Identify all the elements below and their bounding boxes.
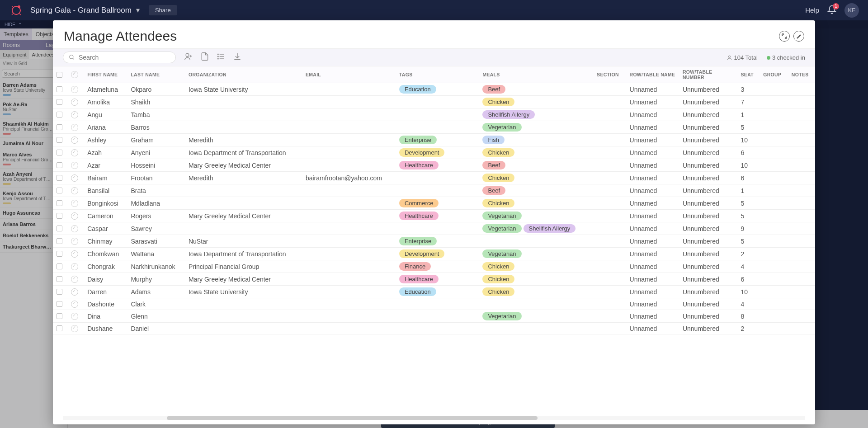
row-checkbox[interactable]: [57, 124, 62, 130]
share-button[interactable]: Share: [149, 5, 177, 15]
table-row[interactable]: Amolika Shaikh Chicken Unnamed Unnumbere…: [53, 96, 815, 108]
attendee-search[interactable]: [63, 52, 176, 63]
row-checkin[interactable]: [71, 276, 78, 283]
row-checkin[interactable]: [71, 238, 78, 245]
col-meals[interactable]: MEALS: [479, 66, 593, 83]
row-checkin[interactable]: [71, 301, 78, 308]
import-icon[interactable]: [200, 52, 209, 63]
row-checkbox[interactable]: [57, 86, 62, 92]
table-row[interactable]: Ariana Barros Vegetarian Unnamed Unnumbe…: [53, 121, 815, 134]
cell-meals: Chicken: [479, 172, 593, 184]
table-row[interactable]: Dina Glenn Vegetarian Unnamed Unnumbered…: [53, 310, 815, 323]
cell-section: [593, 197, 626, 210]
col-rowname[interactable]: ROW/TABLE NAME: [626, 66, 679, 83]
checkin-all-icon[interactable]: [71, 71, 78, 78]
table-row[interactable]: Azar Hosseini Mary Greeley Medical Cente…: [53, 159, 815, 172]
row-checkbox[interactable]: [57, 238, 62, 244]
search-input[interactable]: [79, 54, 170, 61]
table-row[interactable]: Afamefuna Okparo Iowa State University E…: [53, 83, 815, 96]
download-icon[interactable]: [233, 52, 242, 63]
row-checkin[interactable]: [71, 288, 78, 296]
row-checkin[interactable]: [71, 111, 78, 118]
cell-rname: Unnamed: [626, 108, 679, 121]
table-row[interactable]: Azah Anyeni Iowa Department of Transport…: [53, 146, 815, 159]
row-checkin[interactable]: [71, 250, 78, 258]
row-checkbox[interactable]: [57, 313, 62, 319]
row-checkbox[interactable]: [57, 289, 62, 295]
table-row[interactable]: Chongrak Narkhirunkanok Principal Financ…: [53, 260, 815, 273]
row-checkin[interactable]: [71, 86, 78, 93]
row-checkbox[interactable]: [57, 276, 62, 282]
row-checkin[interactable]: [71, 212, 78, 220]
row-checkin[interactable]: [71, 313, 78, 320]
row-checkin[interactable]: [71, 200, 78, 207]
col-email[interactable]: EMAIL: [302, 66, 396, 83]
row-checkin[interactable]: [71, 99, 78, 106]
col-notes[interactable]: NOTES: [788, 66, 815, 83]
col-section[interactable]: SECTION: [593, 66, 626, 83]
table-row[interactable]: Darren Adams Iowa State University Educa…: [53, 286, 815, 298]
row-checkin[interactable]: [71, 225, 78, 232]
cell-notes: [788, 134, 815, 146]
col-group[interactable]: GROUP: [760, 66, 788, 83]
table-row[interactable]: Dashonte Clark Unnamed Unnumbered 4: [53, 298, 815, 310]
row-checkbox[interactable]: [57, 137, 62, 143]
table-row[interactable]: Daisy Murphy Mary Greeley Medical Center…: [53, 273, 815, 286]
col-seat[interactable]: SEAT: [737, 66, 760, 83]
row-checkin[interactable]: [71, 124, 78, 131]
table-row[interactable]: Ashley Graham Meredith Enterprise Fish U…: [53, 134, 815, 146]
svg-point-5: [70, 55, 73, 59]
chevron-up-icon: ⌃: [18, 22, 22, 27]
row-checkbox[interactable]: [57, 301, 62, 307]
expand-icon[interactable]: [779, 31, 790, 42]
row-checkin[interactable]: [71, 187, 78, 194]
row-checkin[interactable]: [71, 136, 78, 144]
table-row[interactable]: Cameron Rogers Mary Greeley Medical Cent…: [53, 210, 815, 222]
table-row[interactable]: Caspar Sawrey VegetarianShellfish Allerg…: [53, 222, 815, 235]
cell-tags: [396, 121, 479, 134]
add-attendee-icon[interactable]: [184, 52, 193, 63]
cell-rnum: Unnumbered: [679, 83, 737, 96]
row-checkbox[interactable]: [57, 213, 62, 219]
help-link[interactable]: Help: [805, 6, 819, 14]
edit-icon[interactable]: [793, 31, 804, 42]
row-checkin[interactable]: [71, 263, 78, 270]
col-rownum[interactable]: ROW/TABLE NUMBER: [679, 66, 737, 83]
table-row[interactable]: Dushane Daniel Unnamed Unnumbered 2: [53, 323, 815, 334]
pill: Development: [399, 249, 445, 258]
row-checkbox[interactable]: [57, 325, 62, 331]
row-checkbox[interactable]: [57, 162, 62, 168]
cell-rnum: Unnumbered: [679, 172, 737, 184]
row-checkin[interactable]: [71, 325, 78, 332]
table-row[interactable]: Angu Tamba Shellfish Allergy Unnamed Unn…: [53, 108, 815, 121]
row-checkbox[interactable]: [57, 226, 62, 231]
col-tags[interactable]: TAGS: [396, 66, 479, 83]
table-row[interactable]: Bonginkosi Mdladlana Commerce Chicken Un…: [53, 197, 815, 210]
col-first[interactable]: FIRST NAME: [84, 66, 127, 83]
row-checkbox[interactable]: [57, 175, 62, 181]
table-row[interactable]: Chinmay Sarasvati NuStar Enterprise Unna…: [53, 235, 815, 248]
table-row[interactable]: Bansilal Brata Beef Unnamed Unnumbered 1: [53, 184, 815, 197]
horizontal-scrollbar[interactable]: [63, 416, 805, 420]
col-org[interactable]: ORGANIZATION: [185, 66, 302, 83]
row-checkbox[interactable]: [57, 188, 62, 193]
notifications-button[interactable]: 1: [827, 5, 836, 16]
cell-rname: Unnamed: [626, 184, 679, 197]
row-checkbox[interactable]: [57, 251, 62, 257]
list-icon[interactable]: [217, 52, 226, 63]
row-checkbox[interactable]: [57, 112, 62, 118]
avatar[interactable]: KF: [844, 3, 859, 18]
row-checkbox[interactable]: [57, 200, 62, 206]
cell-org: [185, 121, 302, 134]
row-checkin[interactable]: [71, 149, 78, 156]
col-last[interactable]: LAST NAME: [127, 66, 185, 83]
table-row[interactable]: Chomkwan Wattana Iowa Department of Tran…: [53, 248, 815, 260]
row-checkin[interactable]: [71, 162, 78, 169]
title-dropdown-icon[interactable]: ▾: [136, 6, 140, 14]
row-checkbox[interactable]: [57, 150, 62, 155]
table-row[interactable]: Bairam Frootan Meredith bairamfrootan@ya…: [53, 172, 815, 184]
row-checkbox[interactable]: [57, 263, 62, 269]
select-all-checkbox[interactable]: [57, 72, 62, 78]
row-checkin[interactable]: [71, 174, 78, 182]
row-checkbox[interactable]: [57, 99, 62, 105]
